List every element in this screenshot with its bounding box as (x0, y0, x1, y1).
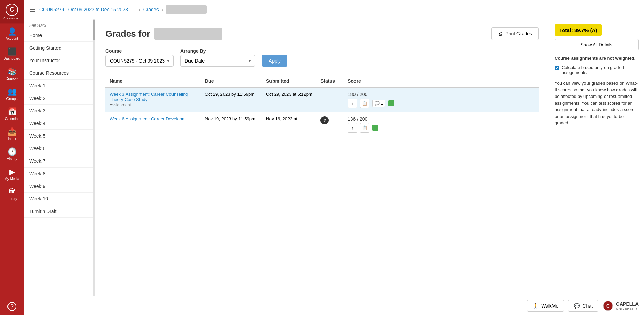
action-icons-2: ↑ 📋 (348, 123, 534, 133)
right-panel: Total: 89.7% (A) Show All Details Course… (549, 19, 644, 296)
nav-item-home[interactable]: Home (24, 29, 95, 42)
help-status-icon[interactable]: ? (320, 116, 329, 124)
nav-item-week6[interactable]: Week 6 (24, 142, 95, 155)
sidebar-item-my-media[interactable]: ▶ My Media (0, 164, 24, 184)
sidebar-item-courses[interactable]: 📚 Courses (0, 64, 24, 84)
history-icon: 🕐 (7, 147, 17, 156)
nav-item-week3[interactable]: Week 3 (24, 105, 95, 117)
chat-label: Chat (582, 303, 593, 309)
nav-item-course-resources[interactable]: Course Resources (24, 67, 95, 80)
library-icon: 🏛 (8, 188, 16, 196)
sidebar-item-groups[interactable]: 👥 Groups (0, 84, 24, 104)
nav-item-week1[interactable]: Week 1 (24, 80, 95, 92)
walkme-button[interactable]: 🚶 WalkMe (527, 300, 564, 312)
library-label: Library (7, 197, 17, 201)
sidebar-item-library[interactable]: 🏛 Library (0, 184, 24, 204)
comment-badge-1[interactable]: 💬 1 (372, 100, 385, 107)
submit-icon-2[interactable]: ↑ (348, 123, 357, 133)
not-weighted-text: Course assignments are not weighted. (555, 56, 639, 61)
score-text-1: 180 / 200 (348, 92, 534, 97)
comment-icon-1: 💬 (375, 101, 380, 106)
brand-logo[interactable]: C Courseroom (0, 0, 24, 24)
arrange-select-wrapper: Due Date (180, 55, 255, 67)
main-content: ☰ COUN5279 - Oct 09 2023 to Dec 15 2023 … (24, 0, 644, 315)
nav-item-week2[interactable]: Week 2 (24, 92, 95, 105)
calendar-label: Calendar (5, 117, 19, 121)
chat-icon: 💬 (574, 303, 580, 309)
submitted-cell-1: Oct 29, 2023 at 6:12pm (262, 87, 316, 112)
arrange-select[interactable]: Due Date (180, 55, 255, 67)
graded-only-checkbox[interactable] (555, 66, 559, 70)
assignment-type-1: Assignment (110, 103, 197, 107)
grades-table: Name Due Submitted Status Score Week 3 A… (105, 75, 539, 137)
course-filter-group: Course COUN5279 - Oct 09 2023 (105, 48, 174, 67)
nav-item-week7[interactable]: Week 7 (24, 155, 95, 168)
print-icon: 🖨 (498, 31, 502, 36)
nav-item-week4[interactable]: Week 4 (24, 117, 95, 130)
nav-item-week5[interactable]: Week 5 (24, 130, 95, 142)
table-row: Week 3 Assignment: Career Counseling The… (105, 87, 539, 112)
nav-item-week10[interactable]: Week 10 (24, 193, 95, 205)
brand-label: Courseroom (3, 17, 20, 20)
assignment-name-cell-2: Week 6 Assignment: Career Developm (105, 112, 201, 137)
nav-item-week9[interactable]: Week 9 (24, 180, 95, 193)
sidebar-item-history[interactable]: 🕐 History (0, 144, 24, 164)
course-select-wrapper: COUN5279 - Oct 09 2023 (105, 55, 174, 67)
assignment-name-cell: Week 3 Assignment: Career Counseling The… (105, 87, 201, 112)
nav-panel: Fall 2023 Home Getting Started Your Inst… (24, 19, 95, 296)
submit-icon-1[interactable]: ↑ (348, 99, 357, 108)
dashboard-label: Dashboard (4, 57, 20, 60)
help-icon: ? (7, 302, 16, 311)
semester-label: Fall 2023 (24, 19, 95, 29)
walkme-icon: 🚶 (533, 303, 539, 309)
student-name-redacted (154, 28, 222, 40)
grades-main: Grades for 🖨 Print Grades Course COUN527… (95, 19, 549, 296)
grades-title: Grades for (105, 28, 222, 40)
bottom-bar: 🚶 WalkMe 💬 Chat C CAPELLA UNIVERSITY (24, 296, 644, 315)
assignment-link-1[interactable]: Week 3 Assignment: Career Counseling The… (110, 92, 188, 102)
rubric-icon-2[interactable]: 📋 (360, 123, 369, 133)
assignment-link-2[interactable]: Week 6 Assignment: Career Developm (110, 116, 186, 121)
breadcrumb-grades[interactable]: Grades (143, 7, 159, 12)
inbox-label: Inbox (8, 137, 16, 141)
apply-button[interactable]: Apply (262, 55, 287, 67)
rubric-icon-1[interactable]: 📋 (360, 99, 369, 108)
arrange-filter-group: Arrange By Due Date (180, 48, 255, 67)
capella-text-block: CAPELLA UNIVERSITY (616, 301, 639, 310)
nav-item-turnitin-draft[interactable]: Turnitin Draft (24, 205, 95, 218)
nav-item-your-instructor[interactable]: Your Instructor (24, 54, 95, 67)
breadcrumb-sep2: › (162, 7, 163, 12)
nav-item-week8[interactable]: Week 8 (24, 168, 95, 180)
print-label: Print Grades (505, 31, 532, 36)
groups-icon: 👥 (7, 87, 17, 96)
breadcrumb-sep1: › (139, 7, 141, 12)
sidebar-item-account[interactable]: 👤 Account (0, 24, 24, 44)
course-select[interactable]: COUN5279 - Oct 09 2023 (105, 55, 174, 67)
col-header-name: Name (105, 75, 201, 87)
due-cell-2: Nov 19, 2023 by 11:59pm (201, 112, 262, 137)
sidebar-item-inbox[interactable]: 📥 Inbox (0, 124, 24, 144)
score-text-2: 136 / 200 (348, 116, 534, 122)
sidebar-item-calendar[interactable]: 📅 Calendar (0, 104, 24, 124)
arrange-filter-label: Arrange By (180, 48, 255, 54)
breadcrumb: COUN5279 - Oct 09 2023 to Dec 15 2023 - … (39, 5, 207, 14)
print-grades-button[interactable]: 🖨 Print Grades (491, 27, 539, 40)
score-cell-1: 180 / 200 ↑ 📋 💬 1 (344, 87, 539, 112)
show-all-details-button[interactable]: Show All Details (555, 39, 639, 50)
status-dot-1 (388, 100, 394, 106)
hamburger-icon[interactable]: ☰ (29, 5, 35, 14)
sidebar-item-dashboard[interactable]: ⬛ Dashboard (0, 44, 24, 64)
scrollbar-thumb[interactable] (93, 20, 95, 40)
history-label: History (6, 157, 17, 161)
status-dot-2 (372, 125, 378, 131)
col-header-score: Score (344, 75, 539, 87)
chat-button[interactable]: 💬 Chat (568, 300, 598, 312)
inbox-icon: 📥 (7, 127, 17, 136)
calendar-icon: 📅 (7, 107, 17, 116)
status-cell-1 (316, 87, 344, 112)
breadcrumb-course[interactable]: COUN5279 - Oct 09 2023 to Dec 15 2023 - … (39, 7, 136, 12)
due-cell-1: Oct 29, 2023 by 11:59pm (201, 87, 262, 112)
nav-item-getting-started[interactable]: Getting Started (24, 42, 95, 54)
sidebar-item-help[interactable]: ? (0, 299, 24, 315)
account-icon: 👤 (7, 27, 17, 36)
